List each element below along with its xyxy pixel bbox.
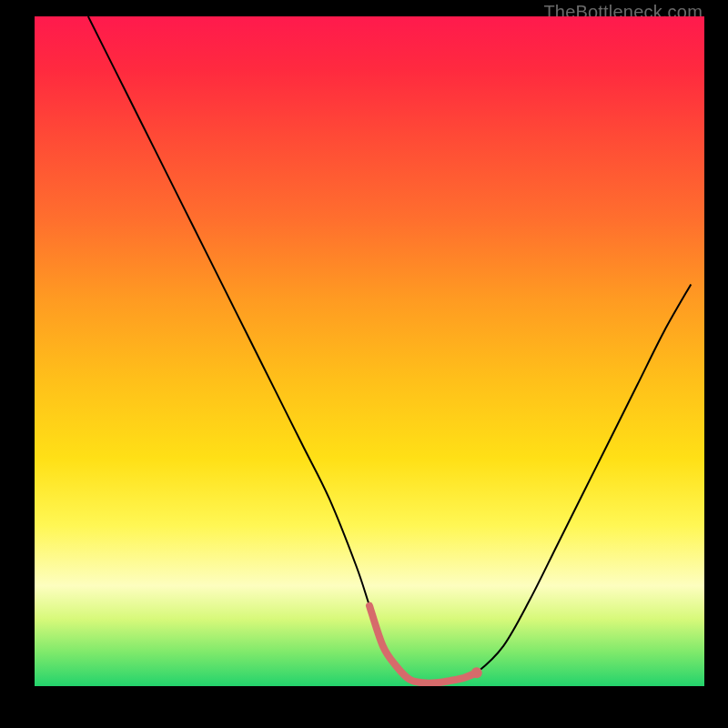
bottleneck-curve	[88, 16, 691, 683]
basin-highlight	[369, 606, 477, 683]
curve-layer	[35, 16, 704, 686]
basin-end-dot	[471, 667, 482, 678]
chart-frame: TheBottleneck.com	[0, 0, 728, 728]
plot-area	[35, 16, 704, 686]
